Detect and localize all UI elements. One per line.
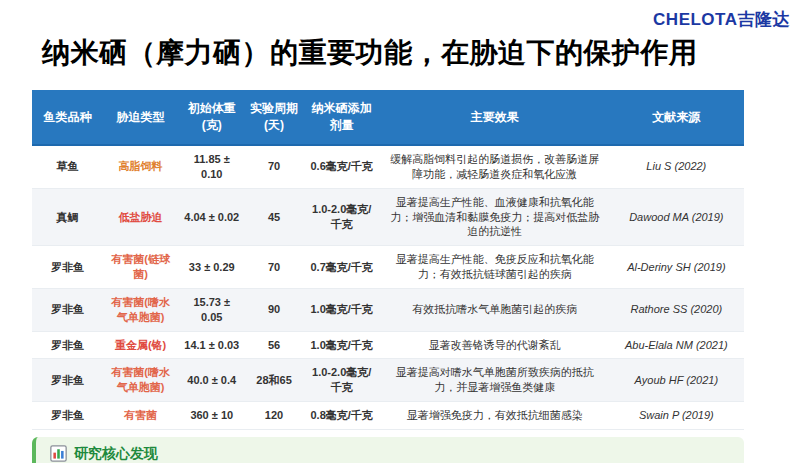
column-header-effect: 主要效果: [381, 90, 609, 145]
cell-period: 56: [246, 331, 303, 359]
cell-effect: 显著提高对嗜水气单胞菌所致疾病的抵抗力，并显著增强鱼类健康: [381, 359, 609, 402]
cell-dose: 1.0毫克/千克: [303, 331, 381, 359]
cell-period: 70: [246, 145, 303, 188]
cell-stress: 低盐胁迫: [103, 188, 178, 246]
cell-effect: 显著提高生产性能、血液健康和抗氧化能力；增强血清和黏膜免疫力；提高对低盐胁迫的抗…: [381, 188, 609, 246]
column-header-period: 实验周期(天): [246, 90, 303, 145]
cell-species: 罗非鱼: [32, 246, 103, 289]
cell-effect: 有效抵抗嗜水气单胞菌引起的疾病: [381, 288, 609, 331]
cell-species: 草鱼: [32, 145, 103, 188]
table-body: 草鱼高脂饲料11.85 ± 0.10700.6毫克/千克缓解高脂饲料引起的肠道损…: [32, 145, 744, 429]
cell-source: Liu S (2022): [609, 145, 744, 188]
column-header-species: 鱼类品种: [32, 90, 103, 145]
cell-period: 28和65: [246, 359, 303, 402]
cell-source: Dawood MA (2019): [609, 188, 744, 246]
cell-effect: 缓解高脂饲料引起的肠道损伤，改善肠道屏障功能，减轻肠道炎症和氧化应激: [381, 145, 609, 188]
cell-stress: 有害菌(嗜水气单胞菌): [103, 359, 178, 402]
research-table: 鱼类品种 胁迫类型 初始体重(克) 实验周期(天) 纳米硒添加剂量 主要效果 文…: [32, 90, 744, 430]
bar-chart-icon: [50, 445, 67, 462]
cell-weight: 4.04 ± 0.02: [178, 188, 246, 246]
cell-weight: 14.1 ± 0.03: [178, 331, 246, 359]
table-row: 罗非鱼有害菌(嗜水气单胞菌)15.73 ± 0.05901.0毫克/千克有效抵抗…: [32, 288, 744, 331]
cell-period: 45: [246, 188, 303, 246]
cell-dose: 1.0毫克/千克: [303, 288, 381, 331]
table-row: 罗非鱼有害菌(链球菌)33 ± 0.29700.7毫克/千克显著提高生产性能、免…: [32, 246, 744, 289]
main-content: 鱼类品种 胁迫类型 初始体重(克) 实验周期(天) 纳米硒添加剂量 主要效果 文…: [32, 90, 744, 463]
cell-stress: 有害菌(链球菌): [103, 246, 178, 289]
cell-dose: 1.0-2.0毫克/千克: [303, 359, 381, 402]
cell-weight: 33 ± 0.29: [178, 246, 246, 289]
cell-dose: 0.8毫克/千克: [303, 402, 381, 430]
column-header-stress: 胁迫类型: [103, 90, 178, 145]
cell-stress: 有害菌: [103, 402, 178, 430]
column-header-source: 文献来源: [609, 90, 744, 145]
cell-weight: 360 ± 10: [178, 402, 246, 430]
cell-species: 罗非鱼: [32, 288, 103, 331]
table-row: 草鱼高脂饲料11.85 ± 0.10700.6毫克/千克缓解高脂饲料引起的肠道损…: [32, 145, 744, 188]
cell-weight: 11.85 ± 0.10: [178, 145, 246, 188]
cell-species: 罗非鱼: [32, 402, 103, 430]
key-findings-panel: 研究核心发现 多项研究表明，纳米硒在不同鱼类品种和多种胁迫条件下均表现出显著的应…: [32, 437, 744, 463]
table-header-row: 鱼类品种 胁迫类型 初始体重(克) 实验周期(天) 纳米硒添加剂量 主要效果 文…: [32, 90, 744, 145]
cell-effect: 显著增强免疫力，有效抵抗细菌感染: [381, 402, 609, 430]
cell-weight: 15.73 ± 0.05: [178, 288, 246, 331]
cell-source: Ayoub HF (2021): [609, 359, 744, 402]
cell-dose: 0.7毫克/千克: [303, 246, 381, 289]
cell-source: Swain P (2019): [609, 402, 744, 430]
cell-period: 120: [246, 402, 303, 430]
cell-stress: 有害菌(嗜水气单胞菌): [103, 288, 178, 331]
cell-weight: 40.0 ± 0.4: [178, 359, 246, 402]
cell-species: 罗非鱼: [32, 331, 103, 359]
cell-effect: 显著改善铬诱导的代谢紊乱: [381, 331, 609, 359]
cell-period: 90: [246, 288, 303, 331]
cell-species: 真鲷: [32, 188, 103, 246]
cell-period: 70: [246, 246, 303, 289]
cell-source: Rathore SS (2020): [609, 288, 744, 331]
cell-stress: 重金属(铬): [103, 331, 178, 359]
cell-effect: 显著提高生产性能、免疫反应和抗氧化能力；有效抵抗链球菌引起的疾病: [381, 246, 609, 289]
column-header-dose: 纳米硒添加剂量: [303, 90, 381, 145]
cell-source: Al-Deriny SH (2019): [609, 246, 744, 289]
table-row: 真鲷低盐胁迫4.04 ± 0.02451.0-2.0毫克/千克显著提高生产性能、…: [32, 188, 744, 246]
cell-dose: 1.0-2.0毫克/千克: [303, 188, 381, 246]
page-title: 纳米硒（摩力硒）的重要功能，在胁迫下的保护作用: [42, 34, 800, 72]
column-header-weight: 初始体重(克): [178, 90, 246, 145]
cell-source: Abu-Elala NM (2021): [609, 331, 744, 359]
cell-dose: 0.6毫克/千克: [303, 145, 381, 188]
table-row: 罗非鱼有害菌(嗜水气单胞菌)40.0 ± 0.428和651.0-2.0毫克/千…: [32, 359, 744, 402]
table-row: 罗非鱼有害菌360 ± 101200.8毫克/千克显著增强免疫力，有效抵抗细菌感…: [32, 402, 744, 430]
cell-species: 罗非鱼: [32, 359, 103, 402]
findings-title: 研究核心发现: [74, 445, 158, 463]
table-row: 罗非鱼重金属(铬)14.1 ± 0.03561.0毫克/千克显著改善铬诱导的代谢…: [32, 331, 744, 359]
cell-stress: 高脂饲料: [103, 145, 178, 188]
company-logo: CHELOTA吉隆达: [653, 8, 790, 31]
